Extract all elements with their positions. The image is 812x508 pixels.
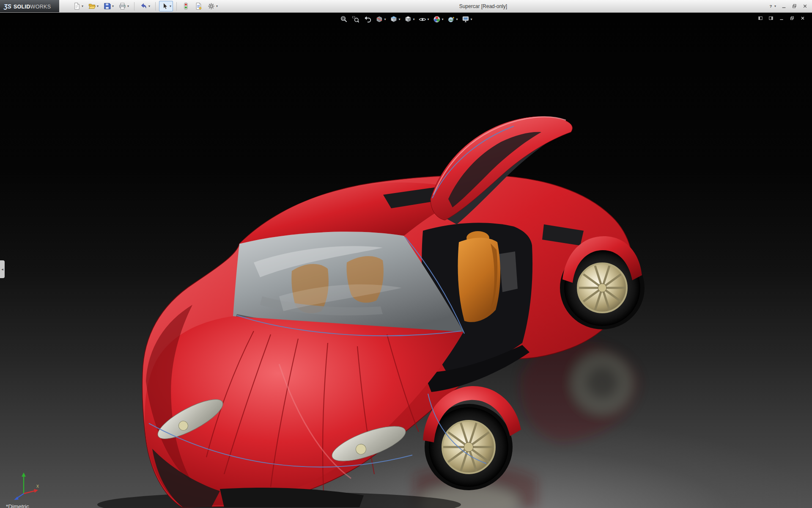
dropdown-arrow-icon[interactable]: ▾ — [170, 5, 171, 8]
solidworks-window: ƷS SOLIDWORKS ▾▾▾▾▾▾▾ Supercar [Read-onl… — [0, 0, 812, 508]
close-button[interactable] — [800, 16, 805, 21]
print-button[interactable]: ▾ — [117, 1, 131, 11]
save-icon — [103, 2, 111, 10]
front-grille — [220, 488, 364, 507]
select-button[interactable]: ▾ — [159, 1, 173, 11]
dropdown-arrow-icon[interactable]: ▾ — [384, 18, 386, 21]
solidworks-logo: ƷS SOLIDWORKS — [0, 0, 59, 12]
dropdown-arrow-icon[interactable]: ▾ — [148, 5, 150, 8]
section-view-icon — [375, 15, 383, 23]
triad-x-label: x — [36, 483, 39, 489]
close-icon — [800, 16, 805, 21]
dropdown-arrow-icon[interactable]: ▾ — [456, 18, 458, 21]
pane-right-icon — [768, 16, 774, 21]
dropdown-arrow-icon[interactable]: ▾ — [427, 18, 429, 21]
file-properties-button[interactable] — [193, 1, 204, 11]
restore-icon — [792, 3, 797, 9]
toolbar-separator — [134, 2, 134, 11]
rebuild-icon — [182, 2, 190, 10]
minimize-button[interactable] — [779, 16, 784, 21]
document-window-controls — [758, 16, 805, 21]
dropdown-arrow-icon[interactable]: ▾ — [112, 5, 114, 8]
file-properties-icon — [195, 2, 203, 10]
toolbar-separator — [155, 2, 156, 11]
help-button[interactable]: ▾ — [768, 3, 776, 9]
standard-toolbar: ▾▾▾▾▾▾▾ — [71, 0, 219, 12]
minimize-button[interactable] — [781, 3, 787, 9]
zoom-to-fit-button[interactable] — [339, 15, 348, 24]
zoom-to-area-icon — [351, 15, 359, 23]
display-style-button[interactable]: ▾ — [403, 15, 415, 24]
view-settings-icon — [462, 15, 470, 23]
dropdown-arrow-icon[interactable]: ▾ — [97, 5, 99, 8]
dropdown-arrow-icon[interactable]: ▾ — [413, 18, 414, 21]
pane-right-button[interactable] — [768, 16, 774, 21]
dropdown-arrow-icon[interactable]: ▾ — [82, 5, 83, 8]
edit-appearance-icon — [433, 15, 441, 23]
display-style-icon — [404, 15, 412, 23]
close-button[interactable] — [802, 3, 808, 9]
window-controls: ▾ — [768, 0, 808, 12]
restore-button[interactable] — [790, 16, 795, 21]
supercar-model[interactable] — [0, 13, 812, 508]
view-orientation-icon — [390, 15, 398, 23]
zoom-to-fit-icon — [340, 15, 348, 23]
hide-show-items-button[interactable]: ▾ — [418, 15, 429, 24]
dropdown-arrow-icon[interactable]: ▾ — [127, 5, 129, 8]
restore-button[interactable] — [792, 3, 797, 9]
hide-show-items-icon — [418, 15, 426, 23]
rebuild-button[interactable] — [180, 1, 192, 11]
dropdown-arrow-icon[interactable]: ▾ — [398, 18, 400, 21]
dropdown-arrow-icon[interactable]: ▾ — [442, 18, 444, 21]
dropdown-arrow-icon[interactable]: ▾ — [216, 5, 218, 8]
minimize-icon — [781, 3, 787, 9]
previous-view-button[interactable] — [363, 15, 372, 24]
open-icon — [88, 2, 96, 10]
feature-panel-expand-tab[interactable]: ◂ — [0, 260, 5, 278]
save-button[interactable]: ▾ — [102, 1, 115, 11]
dropdown-arrow-icon[interactable]: ▾ — [774, 5, 776, 8]
pane-left-icon — [758, 16, 763, 21]
previous-view-icon — [363, 15, 371, 23]
view-orientation-button[interactable]: ▾ — [389, 15, 401, 24]
undo-button[interactable]: ▾ — [138, 1, 152, 11]
toolbar-separator — [176, 2, 177, 11]
minimize-icon — [779, 16, 784, 21]
brand-text-light: WORKS — [30, 4, 51, 10]
close-icon — [802, 3, 808, 9]
view-orientation-status: *Dimetric — [6, 503, 29, 508]
pane-left-button[interactable] — [758, 16, 763, 21]
select-icon — [161, 2, 169, 10]
section-view-button[interactable]: ▾ — [375, 15, 386, 24]
orientation-triad: x — [9, 469, 40, 501]
document-title: Supercar [Read-only] — [459, 3, 507, 9]
apply-scene-button[interactable]: ▾ — [447, 15, 458, 24]
view-settings-button[interactable]: ▾ — [461, 15, 473, 24]
options-icon — [207, 2, 215, 10]
restore-icon — [790, 16, 795, 21]
apply-scene-icon — [447, 15, 455, 23]
undo-icon — [140, 2, 148, 10]
expand-arrow-icon: ◂ — [1, 267, 3, 271]
heads-up-toolbar: ▾▾▾▾▾▾▾ — [339, 15, 472, 24]
new-document-button[interactable]: ▾ — [71, 1, 85, 11]
brand-text-bold: SOLID — [14, 4, 30, 10]
zoom-to-area-button[interactable] — [351, 15, 360, 24]
help-icon — [768, 3, 774, 9]
3ds-logo-icon: ƷS — [4, 3, 11, 10]
title-bar: ƷS SOLIDWORKS ▾▾▾▾▾▾▾ Supercar [Read-onl… — [0, 0, 812, 13]
viewport-3d[interactable]: ▾▾▾▾▾▾▾ ◂ x *Dimetric — [0, 13, 812, 508]
open-button[interactable]: ▾ — [86, 1, 100, 11]
edit-appearance-button[interactable]: ▾ — [433, 15, 444, 24]
print-icon — [118, 2, 126, 10]
options-button[interactable]: ▾ — [206, 1, 219, 11]
dropdown-arrow-icon[interactable]: ▾ — [471, 18, 472, 21]
new-document-icon — [73, 2, 81, 10]
